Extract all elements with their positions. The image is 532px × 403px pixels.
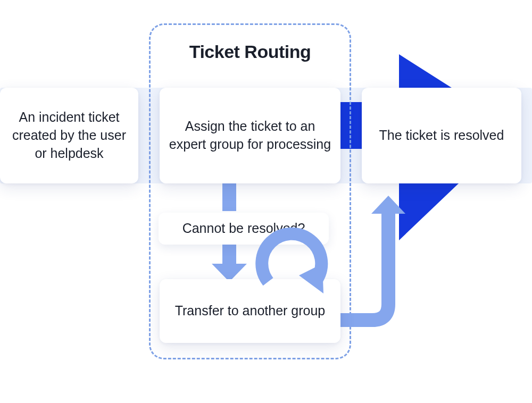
node-assign: Assign the ticket to an expert group for… [160,88,340,183]
node-cannot-resolve: Cannot be resolved? [159,213,329,245]
node-cannot-resolve-text: Cannot be resolved? [182,220,305,238]
node-incident: An incident ticket created by the user o… [0,88,138,183]
node-resolved-text: The ticket is resolved [379,127,504,145]
node-incident-text: An incident ticket created by the user o… [9,108,130,162]
ticket-routing-diagram: Ticket Routing An incident ticket create… [0,0,532,403]
diagram-title: Ticket Routing [149,41,351,62]
node-resolved: The ticket is resolved [362,88,521,183]
node-transfer-text: Transfer to another group [175,302,326,320]
node-transfer: Transfer to another group [160,279,340,343]
node-assign-text: Assign the ticket to an expert group for… [168,117,332,154]
